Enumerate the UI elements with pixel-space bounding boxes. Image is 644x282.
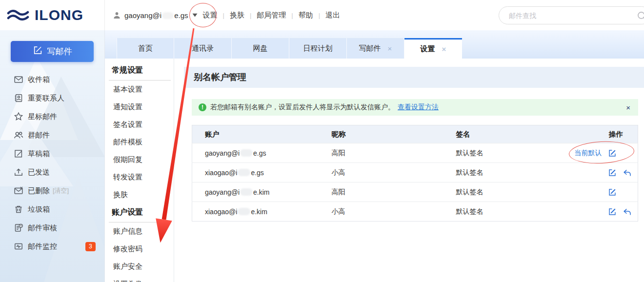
sidebar-item[interactable]: 邮件审核	[0, 219, 104, 237]
view-setup-link[interactable]: 查看设置方法	[398, 103, 439, 112]
sidebar-item[interactable]: 重要联系人	[0, 89, 104, 107]
edit-icon[interactable]	[608, 149, 617, 158]
account-text: gaoyang@i	[205, 188, 240, 196]
contacts-icon	[13, 93, 23, 103]
topbar-menu-item[interactable]: 邮局管理	[257, 11, 286, 20]
webmail-app: ILONG gaoyang@ie.gs 设置|换肤|邮局管理|帮助|退出	[0, 0, 644, 282]
edit-icon[interactable]	[608, 188, 617, 197]
logo-text: ILONG	[35, 7, 83, 23]
account-text: e.gs	[253, 149, 266, 157]
settings-nav-item[interactable]: 基本设置	[105, 81, 174, 98]
settings-nav-item[interactable]: 通知设置	[105, 98, 174, 116]
account-text: e.gs	[251, 169, 263, 177]
sidebar-item[interactable]: 草稿箱	[0, 144, 104, 163]
signature-cell: 默认签名	[443, 163, 556, 182]
sidebar-item-label: 草稿箱	[28, 149, 50, 159]
tab[interactable]: 通讯录	[174, 38, 232, 59]
settings-nav-item[interactable]: 修改密码	[105, 240, 174, 258]
account-text: gaoyang@i	[205, 149, 240, 157]
tab-label: 网盘	[253, 44, 268, 53]
tab[interactable]: 设置×	[404, 38, 462, 59]
table-row: xiaogao@ie.gs小高默认签名	[192, 163, 638, 182]
revert-icon[interactable]	[623, 168, 631, 177]
nickname-cell: 小高	[319, 163, 443, 182]
account-menu[interactable]: gaoyang@ie.gs	[113, 11, 198, 20]
tab[interactable]: 首页	[117, 38, 174, 59]
topbar-menu-item[interactable]: 设置	[202, 11, 217, 20]
topbar-menu: 设置|换肤|邮局管理|帮助|退出	[202, 11, 340, 20]
topbar-menu-item[interactable]: 帮助	[299, 11, 313, 20]
monitor-icon	[13, 242, 23, 252]
settings-nav-item[interactable]: 转发设置	[105, 168, 174, 186]
sidebar-item[interactable]: 邮件监控3	[0, 237, 104, 256]
user-email: gaoyang@ie.gs	[124, 11, 188, 20]
content: 别名帐户管理 ! 若您邮箱有别名账户，设置后发件人将显示为默认发信账户。 查看设…	[174, 59, 644, 282]
tab[interactable]: 网盘	[232, 38, 289, 59]
account-text: e.kim	[253, 188, 269, 196]
unread-badge: 3	[85, 242, 96, 251]
logo[interactable]: ILONG	[0, 0, 105, 30]
sidebar-item[interactable]: 垃圾箱	[0, 200, 104, 219]
mail-search[interactable]	[499, 6, 644, 24]
folder-list: 收件箱重要联系人星标邮件群邮件草稿箱已发送已删除[清空]垃圾箱邮件审核邮件监控3	[0, 70, 104, 256]
sidebar-item-label: 邮件监控	[28, 242, 57, 251]
settings-nav-item[interactable]: 换肤	[105, 186, 174, 203]
compose-button[interactable]: 写邮件	[11, 41, 94, 62]
tab[interactable]: 写邮件×	[347, 38, 404, 59]
edit-icon[interactable]	[608, 168, 617, 177]
table-header-row: 账户昵称签名操作	[192, 125, 638, 143]
actions-cell	[556, 202, 638, 222]
account-cell: xiaogao@ie.kim	[192, 202, 319, 222]
settings-nav-item[interactable]: 签名设置	[105, 116, 174, 133]
sidebar-item[interactable]: 收件箱	[0, 70, 104, 89]
signature-cell: 默认签名	[443, 202, 556, 222]
settings-nav-item[interactable]: 账户信息	[105, 222, 174, 240]
deleted-icon	[13, 186, 23, 196]
tab-close-icon[interactable]: ×	[442, 45, 446, 53]
alias-accounts-table: 账户昵称签名操作 gaoyang@ie.gs高阳默认签名当前默认xiaogao@…	[192, 125, 638, 222]
settings-section-title: 常规设置	[105, 61, 174, 80]
settings-nav-item[interactable]: 假期回复	[105, 151, 174, 168]
signature-cell: 默认签名	[443, 182, 556, 202]
sidebar-item[interactable]: 群邮件	[0, 126, 104, 144]
actions-group	[556, 188, 638, 197]
signature-cell: 默认签名	[443, 143, 556, 163]
edit-icon[interactable]	[608, 207, 617, 216]
search-icon[interactable]	[637, 11, 644, 23]
chevron-down-icon[interactable]	[192, 13, 198, 17]
topbar-menu-item[interactable]: 退出	[325, 11, 340, 20]
revert-icon[interactable]	[623, 207, 631, 216]
blurred-text	[240, 188, 253, 196]
actions-group	[556, 207, 638, 216]
tab-close-icon[interactable]: ×	[388, 44, 392, 53]
sidebar-item-label: 群邮件	[28, 131, 50, 140]
account-cell: gaoyang@ie.kim	[192, 182, 319, 202]
table-row: gaoyang@ie.gs高阳默认签名当前默认	[192, 143, 638, 163]
account-text: xiaogao@i	[205, 169, 237, 177]
search-input[interactable]	[509, 12, 644, 20]
topbar-menu-item[interactable]: 换肤	[230, 11, 244, 20]
inbox-icon	[13, 75, 23, 85]
banner-close-icon[interactable]: ×	[626, 103, 630, 112]
blurred-text	[238, 208, 250, 215]
tab-bar: 首页通讯录网盘日程计划写邮件×设置×	[105, 30, 644, 59]
sidebar-item[interactable]: 已删除[清空]	[0, 181, 104, 200]
menu-separator: |	[291, 12, 293, 19]
sidebar: 写邮件 收件箱重要联系人星标邮件群邮件草稿箱已发送已删除[清空]垃圾箱邮件审核邮…	[0, 30, 105, 282]
compose-label: 写邮件	[47, 46, 72, 57]
info-banner: ! 若您邮箱有别名账户，设置后发件人将显示为默认发信账户。 查看设置方法 ×	[192, 99, 638, 116]
table-body: gaoyang@ie.gs高阳默认签名当前默认xiaogao@ie.gs小高默认…	[192, 143, 638, 222]
settings-nav-item[interactable]: 设置头像	[105, 275, 174, 282]
column-header: 账户	[192, 125, 319, 143]
sidebar-item[interactable]: 星标邮件	[0, 107, 104, 126]
main-area: 首页通讯录网盘日程计划写邮件×设置× 常规设置基本设置通知设置签名设置邮件模板假…	[105, 30, 644, 282]
clear-deleted-link[interactable]: [清空]	[53, 186, 69, 195]
settings-nav-item[interactable]: 账户安全	[105, 258, 174, 275]
settings-nav-item[interactable]: 邮件模板	[105, 133, 174, 151]
tab-label: 通讯录	[192, 44, 214, 53]
account-text: e.kim	[251, 208, 267, 216]
tab[interactable]: 日程计划	[289, 38, 347, 59]
current-default-link[interactable]: 当前默认	[556, 149, 602, 158]
sidebar-item[interactable]: 已发送	[0, 163, 104, 181]
blurred-text	[238, 169, 250, 176]
